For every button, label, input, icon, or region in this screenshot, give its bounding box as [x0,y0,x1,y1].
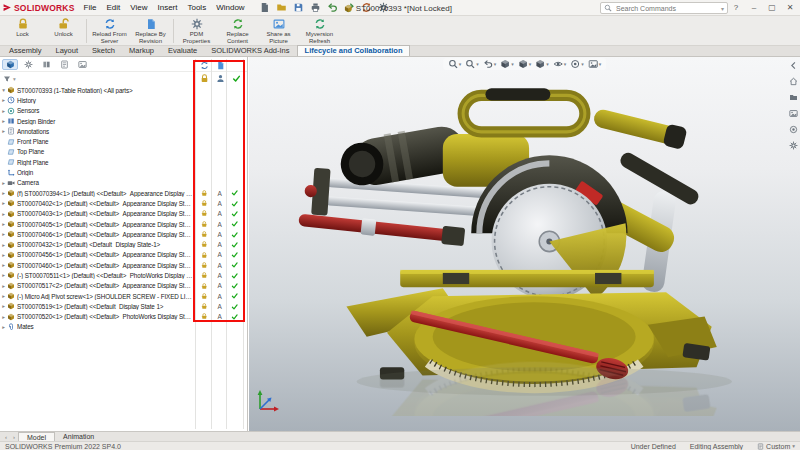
column-user-icon[interactable] [212,74,228,83]
display-style-button[interactable]: ▾ [535,59,549,69]
expand-arrow-icon[interactable]: ▾ [0,87,7,93]
resources-icon[interactable] [789,77,798,86]
print-icon[interactable] [309,1,322,14]
configuration-manager-tab[interactable] [38,59,54,70]
tree-row[interactable]: ▸Camera_ [0,178,247,188]
expand-arrow-icon[interactable]: ▸ [0,97,7,103]
tab-animation[interactable]: Animation [55,432,102,441]
scroll-tabs-right-icon[interactable]: › [10,434,18,440]
ribbon-button-unlock[interactable]: Unlock [43,17,84,45]
search-commands-box[interactable]: ▾ [600,2,728,14]
print-icon[interactable] [310,2,321,13]
zoom-area-button[interactable]: ▾ [465,59,479,69]
expand-arrow-icon[interactable]: ▸ [0,242,7,248]
column-lock-icon[interactable] [200,74,209,83]
tree-row[interactable]: Origin [0,167,247,177]
tree-row[interactable]: Right Plane [0,157,247,167]
view-palette-icon[interactable] [789,109,798,118]
section-view-button[interactable]: ▾ [500,59,514,69]
unit-system-selector[interactable]: Custom ▾ [757,443,795,450]
apply-scene-icon[interactable] [588,59,598,69]
menu-edit[interactable]: Edit [101,0,125,16]
open-icon[interactable] [276,2,287,13]
display-style-icon[interactable] [535,59,545,69]
expand-arrow-icon[interactable]: ▸ [0,303,7,309]
property-manager-tab[interactable] [20,59,36,70]
previous-view-button[interactable]: ▾ [483,59,497,69]
unit-dropdown-icon[interactable]: ▾ [792,443,795,449]
filter-funnel-icon[interactable] [3,75,11,83]
new-document-icon[interactable] [259,2,270,13]
custom-properties-icon[interactable] [789,141,798,150]
appearances-icon[interactable] [789,125,798,134]
undo-icon[interactable] [327,2,338,13]
viewport-3d-model[interactable] [289,71,759,416]
tab-model[interactable]: Model [18,432,55,442]
menu-tools[interactable]: Tools [182,0,211,16]
tree-row[interactable]: ▸History [0,95,247,105]
menu-window[interactable]: Window [211,0,249,16]
tree-row[interactable]: ▸(-) Micro Adj Pivot screw<1> (SHOULDER … [0,291,247,301]
ribbon-button-reload-from-server[interactable]: Reload From Server [89,17,130,45]
ribbon-button-share-as-picture[interactable]: Share as Picture [258,17,299,45]
edit-appearance-icon[interactable] [570,59,580,69]
save-icon[interactable] [292,1,305,14]
tree-row[interactable]: ▸ST00070406<1> (Default) <<Default>_Appe… [0,229,247,239]
tree-row[interactable]: ▸ST00070402<1> (Default) <<Default>_Appe… [0,198,247,208]
column-status-icon[interactable] [228,74,244,83]
undo-icon[interactable] [326,1,339,14]
display-manager-tab[interactable] [74,59,90,70]
tree-row[interactable]: ▾ST00070393 (1-Table Rotation) <All part… [0,85,247,95]
expand-arrow-icon[interactable]: ▸ [0,262,7,268]
section-view-icon[interactable] [500,59,510,69]
search-input[interactable] [614,4,719,13]
column-user-icon[interactable] [216,74,225,83]
ribbon-button-pdm-properties[interactable]: PDM Properties [176,17,217,45]
column-state-icon[interactable] [196,61,212,70]
zoom-area-icon[interactable] [465,59,475,69]
view-orientation-button[interactable]: ▾ [518,59,532,69]
expand-arrow-icon[interactable]: ▸ [0,252,7,258]
filter-dropdown-icon[interactable]: ▾ [13,76,16,82]
column-document-icon[interactable] [212,61,228,70]
tab-solidworks-add-ins[interactable]: SOLIDWORKS Add-Ins [204,46,296,57]
ribbon-button-lock[interactable]: Lock [2,17,43,45]
apply-scene-button[interactable]: ▾ [588,59,602,69]
column-lock-icon[interactable] [196,74,212,83]
hide-show-items-icon[interactable] [553,59,563,69]
tab-assembly[interactable]: Assembly [2,46,49,57]
tree-row[interactable]: ▸ST00070460<1> (Default) <<Default>_Appe… [0,260,247,270]
tree-row[interactable]: ▸Design Binder [0,116,247,126]
tree-row[interactable]: ▸ST00070403<1> (Default) <<Default>_Appe… [0,209,247,219]
tab-markup[interactable]: Markup [122,46,161,57]
edit-appearance-button[interactable]: ▾ [570,59,584,69]
ribbon-button-replace-by-revision[interactable]: Replace By Revision [130,17,171,45]
column-status-icon[interactable] [232,74,241,83]
tree-row[interactable]: ▸Annotations [0,126,247,136]
menu-file[interactable]: File [79,0,102,16]
save-icon[interactable] [293,2,304,13]
expand-arrow-icon[interactable]: ▸ [0,293,7,299]
maximize-button[interactable]: ▢ [763,0,781,16]
minimize-button[interactable]: – [745,0,763,16]
tree-row[interactable]: ▸ST00070519<1> (Default) <<Default_Displ… [0,301,247,311]
expand-arrow-icon[interactable]: ▸ [0,272,7,278]
graphics-area[interactable]: ▾▾▾▾▾▾▾▾▾ [249,57,800,431]
ribbon-button-replace-content[interactable]: Replace Content [217,17,258,45]
expand-arrow-icon[interactable]: ▸ [0,324,7,330]
column-document-icon[interactable] [216,61,225,70]
view-orientation-icon[interactable] [518,59,528,69]
open-icon[interactable] [275,1,288,14]
menu-view[interactable]: View [125,0,152,16]
collapse-taskpane-icon[interactable] [789,61,798,70]
tree-row[interactable]: ▸(f) ST00070394<1> (Default) <<Default>_… [0,188,247,198]
expand-arrow-icon[interactable]: ▸ [0,108,7,114]
menu-insert[interactable]: Insert [152,0,182,16]
expand-arrow-icon[interactable]: ▸ [0,283,7,289]
expand-arrow-icon[interactable]: ▸ [0,190,7,196]
tree-row[interactable]: ▸Mates [0,322,247,332]
expand-arrow-icon[interactable]: ▸ [0,180,7,186]
hide-show-items-button[interactable]: ▾ [553,59,567,69]
feature-tree-tab[interactable] [2,59,18,70]
tab-lifecycle-and-collaboration[interactable]: Lifecycle and Collaboration [297,45,411,57]
